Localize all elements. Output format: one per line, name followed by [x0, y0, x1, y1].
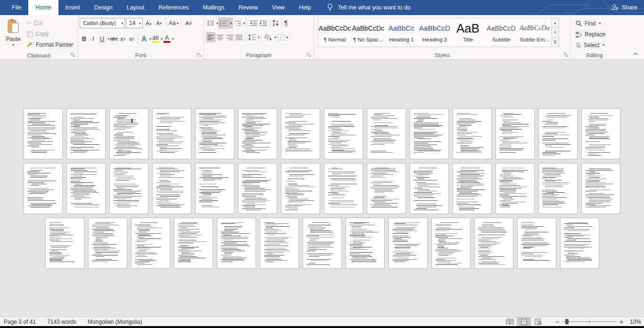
tab-mailings[interactable]: Mailings: [196, 0, 231, 15]
text-highlight-button[interactable]: ab: [151, 35, 160, 43]
italic-button[interactable]: I: [89, 33, 98, 44]
find-button[interactable]: Find ▾: [573, 18, 616, 29]
decrease-indent-button[interactable]: [248, 18, 258, 28]
zoom-out-button[interactable]: −: [553, 318, 561, 326]
select-dropdown-arrow[interactable]: ▾: [603, 43, 604, 47]
page-thumbnail-19[interactable]: [195, 163, 234, 214]
cut-button[interactable]: ✂ Cut: [26, 18, 75, 28]
page-thumbnail-2[interactable]: [66, 108, 106, 159]
page-thumbnail-33[interactable]: [217, 218, 256, 269]
page-thumbnail-39[interactable]: [474, 218, 513, 269]
sort-button[interactable]: AZ: [272, 18, 280, 28]
tab-help[interactable]: Help: [292, 0, 318, 15]
find-dropdown-arrow[interactable]: ▾: [599, 21, 601, 25]
page-thumbnail-35[interactable]: [303, 218, 342, 269]
tab-file[interactable]: File: [5, 0, 28, 15]
styles-scroll-down-button[interactable]: ▼: [552, 28, 559, 37]
styles-dialog-launcher[interactable]: [563, 52, 569, 58]
multilevel-list-button[interactable]: 1ii: [233, 18, 242, 28]
page-thumbnail-3[interactable]: [109, 108, 149, 159]
page-thumbnail-11[interactable]: [453, 108, 492, 159]
page-thumbnail-12[interactable]: [495, 108, 535, 159]
style-subtle-em[interactable]: AaBbCcDuSubtle Em...: [518, 18, 551, 47]
tab-review[interactable]: Review: [231, 0, 265, 15]
styles-more-button[interactable]: ▼: [552, 38, 559, 47]
line-spacing-button[interactable]: [247, 32, 257, 42]
page-thumbnail-5[interactable]: [195, 108, 234, 159]
collapse-ribbon-button[interactable]: [633, 52, 638, 56]
strikethrough-button[interactable]: abc: [109, 33, 118, 44]
show-hide-marks-button[interactable]: ¶: [283, 18, 289, 28]
clear-formatting-button[interactable]: A: [184, 18, 193, 28]
page-thumbnail-28[interactable]: [581, 163, 620, 214]
page-thumbnail-38[interactable]: [431, 218, 471, 269]
page-thumbnail-18[interactable]: [152, 163, 191, 214]
page-thumbnail-24[interactable]: [410, 163, 449, 214]
font-name-dropdown-arrow[interactable]: ▾: [119, 21, 123, 25]
font-dialog-launcher[interactable]: [197, 52, 202, 58]
page-thumbnail-8[interactable]: [324, 108, 363, 159]
page-thumbnail-36[interactable]: [346, 218, 385, 269]
read-mode-button[interactable]: [503, 317, 517, 326]
page-thumbnail-20[interactable]: [238, 163, 277, 214]
page-thumbnail-16[interactable]: [66, 163, 106, 214]
page-thumbnail-15[interactable]: [24, 163, 63, 214]
tab-insert[interactable]: Insert: [58, 0, 87, 15]
bold-button[interactable]: B: [80, 33, 89, 44]
page-thumbnail-10[interactable]: [410, 108, 449, 159]
page-thumbnail-30[interactable]: [88, 218, 127, 269]
document-canvas[interactable]: [0, 60, 644, 317]
style-heading-2[interactable]: AaBbCcDHeading 2: [418, 18, 452, 47]
paste-button[interactable]: Paste ▾: [2, 17, 25, 52]
zoom-slider-handle[interactable]: [565, 319, 569, 324]
tab-home[interactable]: Home: [28, 0, 58, 15]
print-layout-button[interactable]: [517, 317, 531, 326]
page-thumbnail-25[interactable]: [453, 163, 492, 214]
style-heading-1[interactable]: AaBbCcHeading 1: [385, 18, 418, 47]
page-thumbnail-40[interactable]: [517, 218, 556, 269]
web-layout-button[interactable]: [531, 317, 545, 326]
align-left-button[interactable]: [206, 32, 215, 42]
page-thumbnail-23[interactable]: [367, 163, 406, 214]
page-thumbnail-1[interactable]: [24, 108, 63, 159]
style-no-spac[interactable]: AaBbCcDc¶ No Spac...: [352, 18, 385, 47]
font-size-combobox[interactable]: 14 ▾: [126, 18, 143, 28]
copy-button[interactable]: Copy: [26, 29, 75, 39]
word-count-indicator[interactable]: 7143 words: [47, 319, 76, 325]
page-thumbnail-7[interactable]: [281, 108, 320, 159]
page-thumbnail-21[interactable]: [281, 163, 320, 214]
tab-references[interactable]: References: [151, 0, 196, 15]
select-button[interactable]: Select ▾: [573, 40, 616, 50]
page-thumbnail-34[interactable]: [260, 218, 299, 269]
tab-layout[interactable]: Layout: [120, 0, 152, 15]
format-painter-button[interactable]: Format Painter: [26, 40, 75, 49]
page-thumbnail-6[interactable]: [238, 108, 277, 159]
bullets-button[interactable]: [206, 18, 215, 28]
font-size-dropdown-arrow[interactable]: ▾: [137, 21, 141, 25]
font-color-button[interactable]: A: [163, 35, 171, 43]
borders-dropdown-arrow[interactable]: ▾: [286, 35, 288, 40]
page-number-indicator[interactable]: Page 3 of 41: [4, 319, 36, 325]
style-subtitle[interactable]: AaBbCcDSubtitle: [485, 18, 518, 47]
multilevel-dropdown-arrow[interactable]: ▾: [243, 21, 245, 25]
numbering-button[interactable]: 123 ▾: [218, 17, 233, 29]
change-case-button[interactable]: Aa ▾: [169, 18, 179, 28]
font-color-dropdown-arrow[interactable]: ▾: [172, 37, 174, 41]
page-thumbnail-29[interactable]: [45, 218, 84, 269]
change-case-dropdown-arrow[interactable]: ▾: [177, 21, 179, 25]
tell-me-box[interactable]: Tell me what you want to do: [327, 0, 411, 15]
grow-font-button[interactable]: A▴: [144, 18, 153, 28]
zoom-in-button[interactable]: +: [618, 318, 625, 326]
font-name-combobox[interactable]: Calibri (Body) ▾: [80, 18, 125, 28]
share-button[interactable]: Share: [611, 0, 637, 15]
page-thumbnail-26[interactable]: [495, 163, 535, 214]
page-thumbnail-27[interactable]: [538, 163, 578, 214]
styles-scroll-up-button[interactable]: ▲: [552, 18, 559, 28]
language-indicator[interactable]: Mongolian (Mongolia): [88, 319, 142, 325]
justify-button[interactable]: [234, 32, 244, 42]
text-effects-button[interactable]: A: [140, 33, 149, 44]
page-thumbnail-9[interactable]: [367, 108, 406, 159]
page-thumbnail-4[interactable]: [152, 108, 191, 159]
tab-design[interactable]: Design: [87, 0, 120, 15]
style-title[interactable]: AaBTitle: [451, 18, 485, 47]
